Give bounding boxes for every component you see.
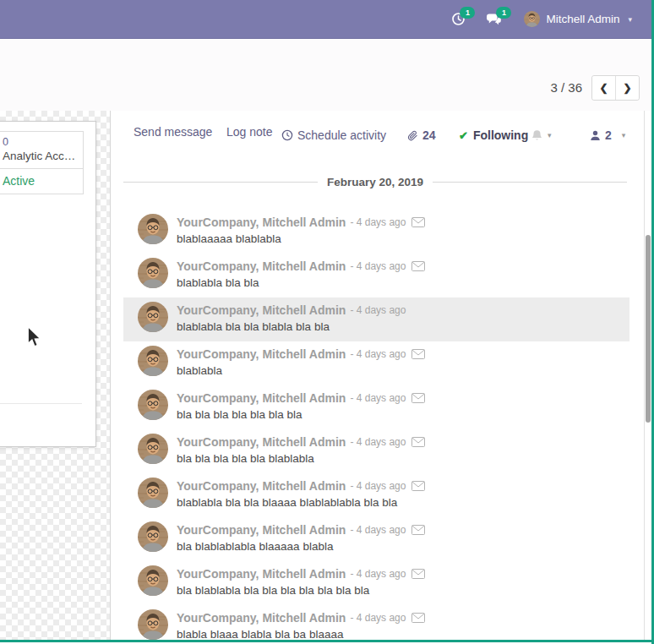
message-author[interactable]: YourCompany, Mitchell Admin xyxy=(177,567,346,581)
message-timestamp: - 4 days ago xyxy=(350,348,406,360)
message-row: YourCompany, Mitchell Admin - 4 days ago… xyxy=(123,210,629,254)
separator-line xyxy=(123,182,318,183)
message-author[interactable]: YourCompany, Mitchell Admin xyxy=(177,611,346,625)
active-toggle-button[interactable]: Active xyxy=(0,168,83,194)
attachment-count: 24 xyxy=(422,128,436,142)
separator-line xyxy=(433,182,627,183)
following-label: Following xyxy=(473,128,528,142)
message-row: YourCompany, Mitchell Admin - 4 days ago… xyxy=(123,473,629,517)
author-avatar xyxy=(138,258,168,288)
stat-value: 0 xyxy=(3,135,83,149)
send-message-button[interactable]: Send message xyxy=(134,125,212,145)
envelope-icon[interactable] xyxy=(411,217,425,227)
message-body: bla blablablabla blaaaaa blabla xyxy=(177,540,333,553)
activities-count-badge: 1 xyxy=(460,7,475,19)
scrollbar-thumb[interactable] xyxy=(646,235,651,423)
envelope-icon[interactable] xyxy=(411,481,425,491)
clock-icon xyxy=(281,129,293,141)
message-row: YourCompany, Mitchell Admin - 4 days ago… xyxy=(123,605,629,644)
envelope-icon[interactable] xyxy=(411,261,425,271)
attachments-button[interactable]: 24 xyxy=(407,125,436,145)
follower-count: 2 xyxy=(605,128,612,142)
top-navbar: 1 1 Mitchell Admin ▾ xyxy=(0,0,654,39)
author-avatar xyxy=(138,214,168,244)
message-author[interactable]: YourCompany, Mitchell Admin xyxy=(177,391,346,405)
envelope-icon[interactable] xyxy=(411,437,425,447)
author-avatar xyxy=(138,390,168,420)
message-author[interactable]: YourCompany, Mitchell Admin xyxy=(177,259,346,273)
message-body: blablabla xyxy=(177,364,222,377)
pager-value: 3 / 36 xyxy=(550,80,582,95)
author-avatar xyxy=(138,609,168,640)
pager-next-button[interactable]: ❯ xyxy=(616,76,639,100)
chevron-down-icon: ▾ xyxy=(628,15,632,24)
date-separator: February 20, 2019 xyxy=(123,176,627,188)
pager-previous-button[interactable]: ❮ xyxy=(592,76,616,100)
chevron-down-icon: ▾ xyxy=(622,131,626,139)
check-icon: ✔ xyxy=(459,129,468,142)
user-name-label: Mitchell Admin xyxy=(546,13,619,25)
log-note-button[interactable]: Log note xyxy=(226,125,273,145)
message-body: bla blablabla bla bla bla bla bla bla bl… xyxy=(177,584,369,597)
schedule-activity-label: Schedule activity xyxy=(297,128,386,142)
message-body: bla bla bla bla bla bla bla xyxy=(177,408,302,421)
message-author[interactable]: YourCompany, Mitchell Admin xyxy=(177,435,346,449)
message-row: YourCompany, Mitchell Admin - 4 days ago… xyxy=(123,385,629,429)
message-timestamp: - 4 days ago xyxy=(350,216,406,228)
message-timestamp: - 4 days ago xyxy=(350,304,406,316)
message-body: blablaaaaa blablabla xyxy=(177,232,281,245)
stat-button-stack: 0 Analytic Acc… Active xyxy=(0,131,84,194)
person-icon xyxy=(590,130,601,141)
message-list: YourCompany, Mitchell Admin - 4 days ago… xyxy=(123,210,629,644)
message-author[interactable]: YourCompany, Mitchell Admin xyxy=(177,523,346,537)
message-author[interactable]: YourCompany, Mitchell Admin xyxy=(177,479,346,493)
author-avatar xyxy=(138,478,168,508)
message-timestamp: - 4 days ago xyxy=(350,260,406,272)
control-panel: 3 / 36 ❮ ❯ xyxy=(0,39,654,111)
message-row: YourCompany, Mitchell Admin - 4 days ago… xyxy=(123,254,629,297)
message-timestamp: - 4 days ago xyxy=(350,524,406,536)
sheet-divider-line xyxy=(0,403,82,404)
message-row: YourCompany, Mitchell Admin - 4 days ago… xyxy=(123,341,629,385)
message-body: blablabla bla bla xyxy=(177,276,259,289)
stat-label: Analytic Acc… xyxy=(3,149,83,164)
schedule-activity-button[interactable]: Schedule activity xyxy=(281,125,386,145)
followers-button[interactable]: 2 ▾ xyxy=(590,125,625,145)
activities-menu-button[interactable]: 1 xyxy=(441,0,476,38)
author-avatar xyxy=(138,565,168,596)
envelope-icon[interactable] xyxy=(411,525,425,535)
message-row: YourCompany, Mitchell Admin - 4 days ago… xyxy=(123,297,629,341)
message-body: bla bla bla bla bla blablabla xyxy=(177,452,314,465)
envelope-icon[interactable] xyxy=(411,393,425,403)
message-timestamp: - 4 days ago xyxy=(350,612,406,624)
messages-menu-button[interactable]: 1 xyxy=(476,0,512,38)
scrollbar-track[interactable] xyxy=(644,111,645,641)
chevron-down-icon: ▾ xyxy=(548,131,552,139)
user-menu-button[interactable]: Mitchell Admin ▾ xyxy=(512,0,635,38)
envelope-icon[interactable] xyxy=(411,569,425,579)
analytic-accounts-stat-button[interactable]: 0 Analytic Acc… xyxy=(0,132,83,168)
subscription-dropdown-button[interactable]: ▾ xyxy=(531,125,552,145)
envelope-icon[interactable] xyxy=(411,613,425,623)
message-author[interactable]: YourCompany, Mitchell Admin xyxy=(177,216,346,229)
following-button[interactable]: ✔ Following xyxy=(459,125,528,145)
message-row: YourCompany, Mitchell Admin - 4 days ago… xyxy=(123,561,629,605)
author-avatar xyxy=(138,434,168,464)
pager-buttons: ❮ ❯ xyxy=(591,75,640,101)
message-timestamp: - 4 days ago xyxy=(350,436,406,448)
message-author[interactable]: YourCompany, Mitchell Admin xyxy=(177,303,346,317)
message-timestamp: - 4 days ago xyxy=(350,568,406,580)
envelope-icon[interactable] xyxy=(411,349,425,359)
bell-icon xyxy=(531,129,542,142)
screen-recording-border-bottom xyxy=(0,640,654,642)
user-avatar xyxy=(524,11,540,27)
message-body: blablabla bla bla blabla bla bla xyxy=(177,320,330,333)
app-window: 1 1 Mitchell Admin ▾ 3 / 36 ❮ ❯ xyxy=(0,0,654,644)
paperclip-icon xyxy=(407,129,418,141)
author-avatar xyxy=(138,346,168,376)
message-author[interactable]: YourCompany, Mitchell Admin xyxy=(177,347,346,361)
message-row: YourCompany, Mitchell Admin - 4 days ago… xyxy=(123,429,629,473)
message-row: YourCompany, Mitchell Admin - 4 days ago… xyxy=(123,517,629,561)
message-timestamp: - 4 days ago xyxy=(350,480,406,492)
message-body: blabla blaaa blabla bla ba blaaaa xyxy=(177,628,343,641)
